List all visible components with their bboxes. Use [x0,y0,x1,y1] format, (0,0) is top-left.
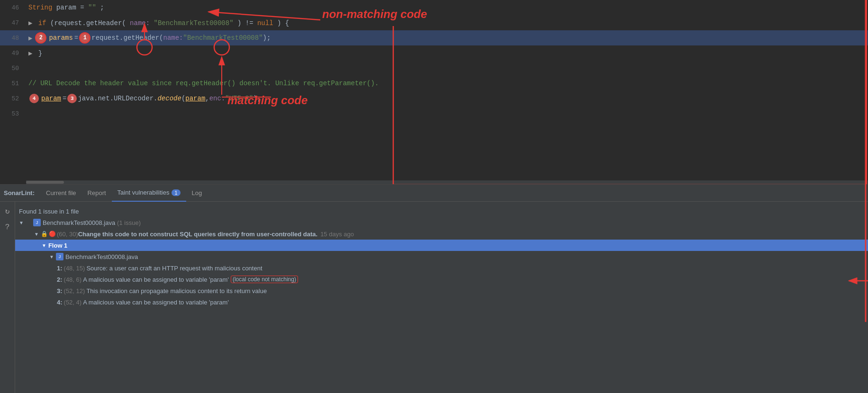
issue-expand-arrow: ▼ [34,232,39,237]
badge-4: 4 [29,94,39,103]
step-1-number: 1: [57,265,63,272]
tab-log[interactable]: Log [186,185,208,202]
code-scrollbar[interactable] [26,180,868,184]
badge-2: 2 [35,32,46,44]
code-editor: 46 String param = "" ; 47 ▶ if (request.… [0,0,868,185]
summary-row: Found 1 issue in 1 file [15,205,868,217]
step-3-location: (52, 12) [64,287,85,295]
step-3-text: This invocation can propagate malicious … [86,287,267,295]
gutter-marker-47: ▶ [28,19,32,27]
code-line-53: 53 [0,106,868,121]
line-content-49: ▶ } [26,49,868,57]
line-number-47: 47 [0,19,26,27]
line-number-46: 46 [0,4,26,11]
line-content-47: ▶ if (request.getHeader( name: "Benchmar… [26,19,868,27]
sub-java-file-icon: J [56,253,63,260]
issue-location: (60, 30) [57,231,78,238]
tab-report[interactable]: Report [82,185,112,202]
summary-text: Found 1 issue in 1 file [19,208,79,215]
tab-current-file[interactable]: Current file [40,185,82,202]
step-2-location: (48, 6) [64,276,82,283]
gutter-marker-48: ▶ [28,34,32,42]
line-number-48: 48 [0,35,26,42]
panel-sidebar: ↻ ? [0,202,15,393]
line-number-50: 50 [0,65,26,72]
line-content-48: ▶ 2 params = 1 request.getHeader( name: … [26,32,868,44]
code-line-46: 46 String param = "" ; [0,0,868,15]
step-1-row[interactable]: 1: (48, 15) Source: a user can craft an … [15,262,868,274]
file-group-row[interactable]: ▼ J BenchmarkTest00008.java (1 issue) [15,217,868,228]
step-1-location: (48, 15) [64,265,85,272]
flow-label: Flow 1 [48,242,67,249]
line-number-52: 52 [0,95,26,102]
panel-prefix: SonarLint: [4,189,35,196]
step-2-number: 2: [57,276,63,283]
badge-1: 1 [79,32,90,44]
line-number-51: 51 [0,80,26,87]
panel: SonarLint: Current file Report Taint vul… [0,185,868,393]
code-line-49: 49 ▶ } [0,45,868,61]
gutter-marker-49: ▶ [28,50,32,57]
step-3-number: 3: [57,287,63,295]
line-content-51: // URL Decode the header value since req… [26,80,868,87]
refresh-icon[interactable]: ↻ [2,205,13,217]
step-2-row[interactable]: 2: (48, 6) A malicious value can be assi… [15,274,868,285]
file-name: BenchmarkTest00008.java [43,219,115,226]
line-number-53: 53 [0,110,26,117]
step-4-location: (52, 4) [64,299,82,306]
java-file-icon: J [33,219,41,226]
line-content-46: String param = "" ; [26,4,868,11]
help-icon[interactable]: ? [2,222,13,233]
not-matching-tag: (local code not matching) [231,276,298,283]
issue-count: (1 issue) [117,219,141,226]
step-4-text: A malicious value can be assigned to var… [83,299,229,306]
lock-icon: 🔒 [41,231,48,237]
code-line-47: 47 ▶ if (request.getHeader( name: "Bench… [0,15,868,30]
code-line-51: 51 // URL Decode the header value since … [0,76,868,91]
flow-expand-arrow: ▼ [42,243,46,248]
line-content-52: 4 param = 3 java.net.URLDecoder. decode … [26,94,868,103]
code-line-52: 52 4 param = 3 java.net.URLDecoder. deco… [0,91,868,106]
issue-time: 15 days ago [320,231,354,238]
panel-main: Found 1 issue in 1 file ▼ J BenchmarkTes… [15,202,868,393]
flow-row[interactable]: ▼ Flow 1 [15,240,868,251]
sub-file-name: BenchmarkTest00008.java [65,253,138,260]
step-4-number: 4: [57,299,63,306]
taint-badge: 1 [172,189,180,196]
issue-text: Change this code to not construct SQL qu… [78,231,317,238]
line-number-49: 49 [0,50,26,57]
tab-bar: SonarLint: Current file Report Taint vul… [0,185,868,202]
scrollbar-thumb[interactable] [26,181,64,184]
step-3-row[interactable]: 3: (52, 12) This invocation can propagat… [15,285,868,296]
code-line-50: 50 [0,61,868,76]
sub-file-arrow: ▼ [49,254,54,259]
step-2-text: A malicious value can be assigned to var… [83,276,229,283]
error-icon: 🔴 [49,231,56,237]
expand-arrow: ▼ [19,220,24,225]
tab-taint-vulnerabilities[interactable]: Taint vulnerabilities 1 [112,185,186,202]
step-1-text: Source: a user can craft an HTTP request… [86,265,262,272]
code-line-48: 48 ▶ 2 params = 1 request.getHeader( nam… [0,30,868,45]
sub-file-row[interactable]: ▼ J BenchmarkTest00008.java [15,251,868,262]
step-4-row[interactable]: 4: (52, 4) A malicious value can be assi… [15,296,868,308]
panel-content: ↻ ? Found 1 issue in 1 file ▼ J Benchmar… [0,202,868,393]
badge-3: 3 [67,94,77,103]
issue-row[interactable]: ▼ 🔒 🔴 (60, 30) Change this code to not c… [15,228,868,240]
